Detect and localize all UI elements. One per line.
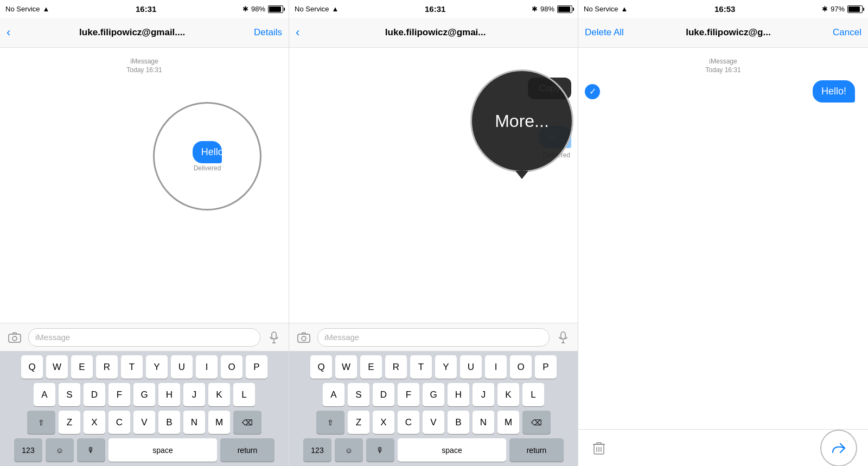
key-n-1[interactable]: N [183,411,205,434]
key-f-1[interactable]: F [108,383,130,406]
key-shift-1[interactable]: ⇧ [27,411,55,434]
svg-rect-2 [272,332,276,339]
mic-button-2[interactable] [554,328,572,347]
key-y-2[interactable]: Y [435,355,457,379]
key-j-1[interactable]: J [183,383,205,406]
key-z-2[interactable]: Z [348,411,369,434]
key-emoji-2[interactable]: ☺ [335,438,363,462]
key-space-2[interactable]: space [398,438,506,462]
key-row-q-1: Q W E R T Y U I O P [2,355,286,379]
key-return-2[interactable]: return [509,438,564,462]
key-b-1[interactable]: B [158,411,180,434]
key-a-2[interactable]: A [323,383,344,406]
key-v-1[interactable]: V [133,411,155,434]
back-button-2[interactable]: ‹ [296,27,299,39]
key-z-1[interactable]: Z [59,411,80,434]
key-i-2[interactable]: I [485,355,507,379]
back-chevron-icon-1: ‹ [7,27,10,39]
message-input-1[interactable]: iMessage [28,328,260,347]
key-r-2[interactable]: R [385,355,407,379]
key-mic-2[interactable]: 🎙 [366,438,394,462]
key-u-1[interactable]: U [171,355,193,379]
key-r-1[interactable]: R [96,355,118,379]
key-a-1[interactable]: A [34,383,55,406]
key-l-1[interactable]: L [233,383,255,406]
camera-button-1[interactable] [5,328,24,347]
key-o-2[interactable]: O [510,355,532,379]
nav-bar-2: ‹ luke.filipowicz@gmai... [289,18,578,48]
key-k-1[interactable]: K [208,383,230,406]
key-n-2[interactable]: N [473,411,494,434]
key-delete-1[interactable]: ⌫ [233,411,261,434]
key-y-1[interactable]: Y [146,355,168,379]
delete-all-button[interactable]: Delete All [585,27,624,38]
time-1: 16:31 [136,4,156,14]
key-j-2[interactable]: J [473,383,494,406]
key-delete-2[interactable]: ⌫ [522,411,551,434]
input-placeholder-2: iMessage [324,333,359,342]
key-d-1[interactable]: D [84,383,105,406]
trash-button[interactable] [589,438,609,458]
key-c-2[interactable]: C [398,411,419,434]
status-bar-2: No Service ▲ 16:31 ✱ 98% [289,0,578,18]
key-x-1[interactable]: X [84,411,105,434]
svg-rect-7 [561,332,565,339]
key-c-1[interactable]: C [108,411,130,434]
key-row-z-2: ⇧ Z X C V B N M ⌫ [291,411,576,434]
message-bubble-3[interactable]: Hello! [813,80,855,103]
key-b-2[interactable]: B [448,411,469,434]
key-h-1[interactable]: H [158,383,180,406]
key-s-1[interactable]: S [59,383,80,406]
key-p-1[interactable]: P [246,355,267,379]
key-d-2[interactable]: D [373,383,394,406]
key-m-1[interactable]: M [208,411,230,434]
key-e-1[interactable]: E [71,355,93,379]
cancel-button[interactable]: Cancel [833,27,861,38]
message-bubble-1[interactable]: Hello! [193,141,222,163]
camera-button-2[interactable] [295,328,313,347]
back-button-1[interactable]: ‹ [7,27,10,39]
more-circle[interactable]: More... [470,69,573,173]
key-l-2[interactable]: L [522,383,544,406]
key-e-2[interactable]: E [360,355,382,379]
key-p-2[interactable]: P [535,355,557,379]
key-t-1[interactable]: T [121,355,143,379]
battery-pct-3: 97% [831,5,845,13]
status-left-3: No Service ▲ [584,5,628,13]
key-q-1[interactable]: Q [21,355,43,379]
key-mic-1[interactable]: 🎙 [77,438,105,462]
forward-button[interactable] [820,430,857,467]
messages-area-3: iMessage Today 16:31 ✓ Hello! [578,48,868,244]
details-button-1[interactable]: Details [254,27,282,38]
key-v-2[interactable]: V [423,411,444,434]
key-m-2[interactable]: M [497,411,519,434]
key-x-2[interactable]: X [373,411,394,434]
imessage-label-2: iMes [289,58,578,66]
key-t-2[interactable]: T [410,355,432,379]
check-circle-3[interactable]: ✓ [585,84,600,99]
key-q-2[interactable]: Q [310,355,332,379]
key-return-1[interactable]: return [220,438,275,462]
more-circle-arrow [515,171,528,179]
key-emoji-1[interactable]: ☺ [46,438,74,462]
key-w-2[interactable]: W [335,355,357,379]
key-g-2[interactable]: G [423,383,444,406]
key-f-2[interactable]: F [398,383,419,406]
key-123-1[interactable]: 123 [14,438,42,462]
key-space-1[interactable]: space [108,438,217,462]
key-u-2[interactable]: U [460,355,482,379]
message-input-2[interactable]: iMessage [317,328,550,347]
key-h-2[interactable]: H [448,383,469,406]
key-k-2[interactable]: K [497,383,519,406]
key-row-z-1: ⇧ Z X C V B N M ⌫ [2,411,286,434]
key-w-1[interactable]: W [46,355,68,379]
mic-button-1[interactable] [265,328,283,347]
wifi-icon-3: ▲ [621,5,628,13]
key-s-2[interactable]: S [348,383,369,406]
key-o-1[interactable]: O [221,355,242,379]
key-i-1[interactable]: I [196,355,218,379]
key-123-2[interactable]: 123 [303,438,331,462]
key-shift-2[interactable]: ⇧ [316,411,344,434]
no-service-label-3: No Service [584,5,618,13]
key-g-1[interactable]: G [133,383,155,406]
